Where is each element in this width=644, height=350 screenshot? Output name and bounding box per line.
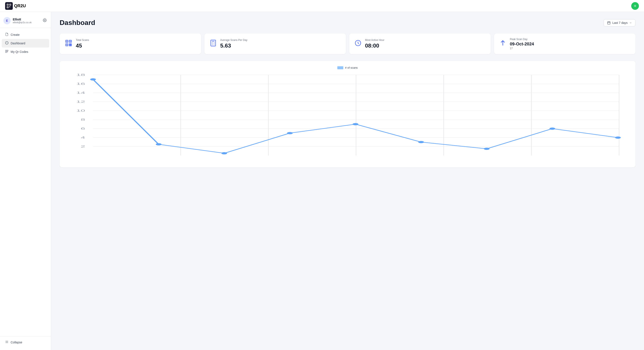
svg-point-70 — [90, 78, 96, 81]
svg-rect-33 — [70, 44, 72, 45]
stat-text-total-scans: Total Scans 45 — [76, 39, 89, 49]
stats-row: Total Scans 45 Average Scans Per Day — [60, 34, 636, 54]
sidebar-item-my-qr-codes[interactable]: My Qr Codes — [2, 48, 49, 56]
svg-point-73 — [287, 132, 293, 134]
clock-icon — [354, 40, 362, 48]
topnav: QR2U + — [0, 0, 644, 12]
svg-rect-11 — [6, 50, 6, 51]
svg-text:2: 2 — [81, 145, 85, 148]
add-button[interactable]: + — [631, 2, 639, 10]
chart-wrapper: .grid-line { stroke: #e5e7eb; stroke-wid… — [65, 73, 630, 162]
stat-text-avg-scans: Average Scans Per Day 5.63 — [220, 39, 248, 49]
create-icon — [5, 33, 8, 37]
peak-day-label: Peak Scan Day — [510, 38, 534, 41]
svg-point-75 — [418, 141, 424, 143]
svg-point-7 — [44, 20, 45, 21]
peak-day-value: 09-Oct-2024 — [510, 42, 534, 47]
user-info: Elliott elliott@qr2u.co.uk — [13, 18, 42, 24]
svg-rect-5 — [10, 4, 11, 5]
stat-card-total-scans: Total Scans 45 — [60, 34, 201, 54]
stat-card-peak-day: Peak Scan Day 09-Oct-2024 17 — [494, 34, 636, 54]
sidebar-item-dashboard[interactable]: Dashboard — [2, 39, 49, 48]
stat-text-peak-day: Peak Scan Day 09-Oct-2024 17 — [510, 38, 534, 50]
chart-card: # of scans .grid-line { stroke: #e5e7eb;… — [60, 61, 636, 167]
layout: E Elliott elliott@qr2u.co.uk Create — [0, 12, 644, 350]
collapse-button[interactable]: Collapse — [2, 338, 49, 346]
calculator-icon — [210, 40, 217, 48]
date-filter-label: Last 7 days — [612, 21, 628, 25]
svg-rect-3 — [9, 7, 10, 7]
svg-point-78 — [615, 136, 621, 139]
svg-text:14: 14 — [76, 91, 85, 94]
line-chart: .grid-line { stroke: #e5e7eb; stroke-wid… — [65, 73, 630, 162]
user-email: elliott@qr2u.co.uk — [13, 21, 42, 24]
collapse-label: Collapse — [11, 341, 22, 344]
svg-rect-6 — [7, 7, 8, 8]
svg-text:12: 12 — [76, 100, 85, 103]
sidebar-item-qr-codes-label: My Qr Codes — [11, 50, 28, 54]
svg-point-71 — [156, 143, 162, 146]
collapse-icon — [5, 340, 8, 344]
user-name: Elliott — [13, 18, 42, 21]
stat-text-most-active: Most Active Hour 08:00 — [365, 39, 384, 49]
legend-label: # of scans — [345, 66, 358, 69]
svg-text:6: 6 — [81, 127, 85, 130]
avg-scans-value: 5.63 — [220, 43, 248, 49]
svg-rect-34 — [69, 45, 70, 46]
svg-text:18: 18 — [76, 73, 85, 77]
qr-scan-icon — [65, 39, 72, 48]
stat-card-avg-scans: Average Scans Per Day 5.63 — [204, 34, 346, 54]
svg-point-77 — [550, 128, 555, 130]
settings-button[interactable] — [42, 18, 48, 24]
svg-point-76 — [484, 148, 490, 150]
avatar: E — [4, 17, 11, 24]
chart-legend: # of scans — [65, 66, 630, 69]
total-scans-value: 45 — [76, 43, 89, 49]
svg-rect-14 — [7, 52, 8, 52]
most-active-value: 08:00 — [365, 43, 384, 49]
logo-icon — [5, 2, 13, 10]
svg-rect-27 — [66, 44, 68, 45]
svg-text:10: 10 — [76, 109, 85, 112]
svg-text:16: 16 — [76, 82, 85, 86]
svg-rect-36 — [211, 40, 216, 46]
chevron-down-icon — [629, 22, 632, 24]
svg-rect-35 — [70, 45, 72, 46]
date-filter-button[interactable]: Last 7 days — [604, 19, 636, 27]
sidebar: E Elliott elliott@qr2u.co.uk Create — [0, 12, 51, 350]
svg-rect-4 — [7, 4, 8, 5]
logo-text: QR2U — [14, 4, 26, 8]
page-title: Dashboard — [60, 19, 95, 27]
stat-card-most-active-hour: Most Active Hour 08:00 — [349, 34, 491, 54]
svg-rect-13 — [6, 52, 6, 53]
svg-rect-25 — [66, 41, 68, 42]
svg-rect-18 — [608, 22, 610, 24]
svg-text:8: 8 — [81, 118, 85, 121]
logo: QR2U — [5, 2, 26, 10]
user-section: E Elliott elliott@qr2u.co.uk — [0, 15, 51, 28]
main-content: Dashboard Last 7 days — [51, 12, 644, 350]
svg-point-74 — [353, 123, 358, 125]
sidebar-item-create[interactable]: Create — [2, 31, 49, 39]
arrow-up-icon — [499, 40, 506, 48]
svg-rect-32 — [69, 44, 70, 45]
qr-codes-icon — [5, 50, 8, 54]
svg-text:4: 4 — [81, 136, 85, 139]
svg-rect-26 — [70, 41, 71, 42]
sidebar-item-dashboard-label: Dashboard — [11, 42, 25, 45]
dashboard-icon — [5, 41, 8, 45]
calendar-icon — [607, 21, 610, 25]
most-active-label: Most Active Hour — [365, 39, 384, 42]
legend-color-box — [337, 66, 343, 69]
sidebar-item-create-label: Create — [11, 33, 20, 37]
avg-scans-label: Average Scans Per Day — [220, 39, 248, 42]
main-header: Dashboard Last 7 days — [60, 19, 636, 27]
peak-day-sub: 17 — [510, 47, 534, 50]
svg-point-72 — [222, 152, 227, 155]
total-scans-label: Total Scans — [76, 39, 89, 42]
svg-rect-12 — [7, 50, 8, 51]
sidebar-bottom: Collapse — [0, 336, 51, 346]
